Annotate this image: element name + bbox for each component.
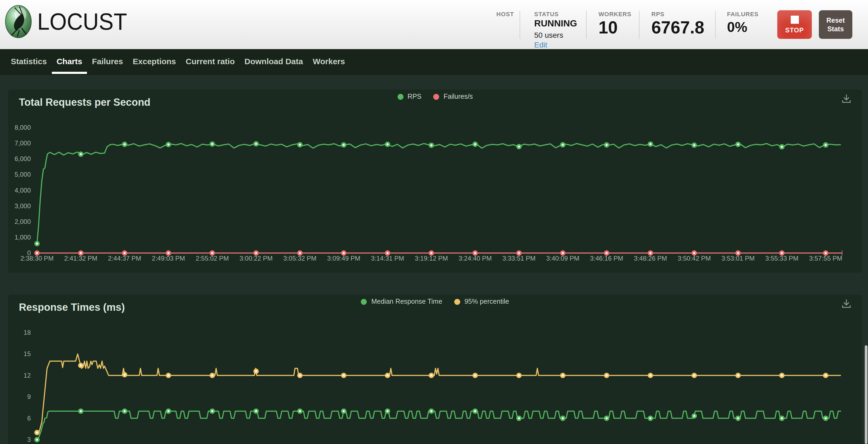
edit-link[interactable]: Edit	[534, 40, 577, 49]
y-axis-label: 3	[27, 436, 31, 443]
x-axis-label: 3:33:51 PM	[502, 254, 535, 262]
data-point-marker-center	[518, 146, 520, 148]
failures-label: FAILURES	[727, 11, 758, 17]
data-point-marker-center	[430, 252, 432, 254]
rps-chart-canvas: 01,0002,0003,0004,0005,0006,0007,0008,00…	[8, 90, 862, 272]
stop-button[interactable]: STOP	[777, 10, 812, 39]
tab-workers[interactable]: Workers	[308, 49, 350, 75]
y-axis-label: 8,000	[14, 124, 31, 131]
data-point-marker-center	[211, 410, 213, 412]
data-point-marker-center	[474, 410, 476, 412]
data-point-marker-center	[255, 370, 257, 373]
series-line-0	[37, 411, 841, 440]
data-point-marker-center	[518, 374, 520, 377]
scrollbar-thumb[interactable]	[865, 345, 867, 444]
data-point-marker-center	[650, 143, 652, 145]
divider	[639, 11, 640, 39]
data-point-marker-center	[80, 252, 82, 254]
stat-status: STATUS RUNNING 50 users Edit	[534, 11, 577, 49]
data-point-marker-center	[124, 143, 126, 145]
tab-download-data[interactable]: Download Data	[240, 49, 308, 75]
logo-wordmark: LOCUST	[37, 8, 127, 35]
failures-legend-label: Failures/s	[444, 93, 473, 100]
divider	[586, 11, 587, 39]
locust-logo-icon	[5, 5, 32, 38]
tab-charts[interactable]: Charts	[52, 49, 87, 75]
rps-label: RPS	[651, 11, 704, 17]
x-axis-label: 3:09:49 PM	[327, 254, 360, 262]
data-point-marker-center	[343, 144, 345, 146]
data-point-marker-center	[167, 143, 169, 146]
y-axis-label: 4,000	[14, 187, 31, 194]
data-point-marker-center	[36, 439, 38, 441]
data-point-marker-center	[781, 374, 783, 377]
locust-logo: LOCUST	[5, 5, 127, 38]
failures-value: 0%	[727, 20, 758, 34]
data-point-marker-center	[299, 410, 301, 412]
workers-value: 10	[598, 19, 631, 36]
x-axis-label: 2:41:32 PM	[64, 254, 97, 262]
data-point-marker-center	[211, 252, 213, 254]
median-legend-dot	[361, 299, 367, 305]
tab-current-ratio[interactable]: Current ratio	[181, 49, 240, 75]
rps-chart-panel: 01,0002,0003,0004,0005,0006,0007,0008,00…	[8, 90, 862, 272]
data-point-marker-center	[386, 374, 389, 377]
data-point-marker-center	[211, 374, 213, 377]
p95-legend-dot	[454, 299, 460, 305]
download-chart-icon[interactable]	[841, 299, 851, 309]
reset-button-line2: Stats	[822, 25, 849, 33]
x-axis-label: 3:55:33 PM	[765, 254, 799, 262]
y-axis-label: 2,000	[14, 218, 31, 225]
data-point-marker-center	[825, 374, 827, 377]
nav-bar: Statistics Charts Failures Exceptions Cu…	[0, 49, 868, 75]
failures-legend-dot	[433, 94, 439, 100]
y-axis-label: 15	[24, 350, 31, 357]
y-axis-label: 18	[24, 329, 31, 336]
data-point-marker-center	[737, 143, 739, 145]
legend-item-rps[interactable]: RPS	[397, 93, 421, 100]
legend-item-p95[interactable]: 95% percentile	[454, 298, 509, 305]
header: LOCUST HOST STATUS RUNNING 50 users Edit…	[0, 0, 868, 49]
legend-item-failures[interactable]: Failures/s	[433, 93, 473, 100]
data-point-marker-center	[650, 252, 652, 254]
reset-stats-button[interactable]: Reset Stats	[819, 10, 852, 39]
download-chart-icon[interactable]	[841, 94, 851, 104]
data-point-marker-center	[693, 374, 695, 377]
data-point-marker-center	[124, 374, 126, 376]
data-point-marker-center	[518, 417, 520, 419]
data-point-marker-center	[80, 365, 82, 367]
status-value: RUNNING	[534, 19, 577, 29]
data-point-marker-center	[36, 252, 38, 254]
data-point-marker-center	[430, 374, 432, 377]
rps-legend-label: RPS	[407, 93, 421, 100]
stat-rps: RPS 6767.8	[651, 11, 704, 36]
legend-item-median[interactable]: Median Response Time	[361, 298, 442, 305]
y-axis-label: 3,000	[14, 202, 31, 210]
data-point-marker-center	[825, 417, 827, 419]
y-axis-label: 1,000	[14, 234, 31, 241]
data-point-marker-center	[606, 144, 608, 146]
x-axis-label: 3:00:22 PM	[240, 254, 273, 262]
data-point-marker-center	[36, 242, 38, 245]
data-point-marker-center	[693, 415, 695, 417]
divider	[520, 11, 520, 39]
p95-legend-label: 95% percentile	[465, 298, 509, 305]
workers-label: WORKERS	[598, 11, 631, 17]
data-point-marker-center	[343, 374, 345, 377]
response-times-chart-canvas: 369121518	[8, 295, 862, 444]
data-point-marker-center	[474, 252, 476, 254]
data-point-marker-center	[343, 252, 345, 254]
response-times-chart-legend: Median Response Time 95% percentile	[8, 298, 862, 305]
x-axis-label: 3:05:32 PM	[283, 254, 316, 262]
tab-failures[interactable]: Failures	[87, 49, 128, 75]
rps-value: 6767.8	[651, 19, 704, 36]
data-point-marker-center	[343, 410, 345, 412]
y-axis-label: 9	[27, 393, 31, 400]
data-point-marker-center	[167, 252, 169, 254]
tab-exceptions[interactable]: Exceptions	[128, 49, 181, 75]
x-axis-label: 2:49:03 PM	[152, 254, 185, 262]
divider	[715, 11, 716, 39]
x-axis-label: 3:24:40 PM	[459, 254, 492, 262]
tab-statistics[interactable]: Statistics	[6, 49, 52, 75]
data-point-marker-center	[299, 374, 301, 377]
